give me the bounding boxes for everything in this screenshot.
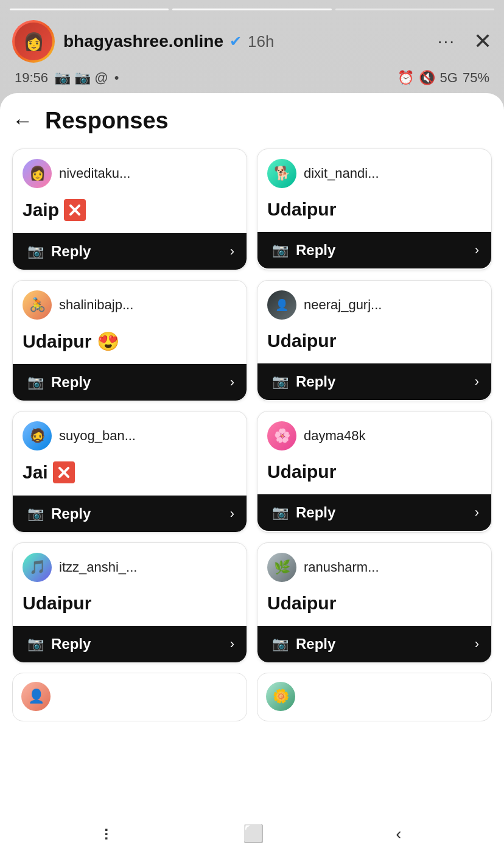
card-user-1: 👩 niveditaku... — [23, 159, 237, 188]
story-container: 👩 bhagyashree.online ✔ 16h ··· ✕ 19:56 📷… — [0, 0, 504, 862]
card-top-2: 🐕 dixit_nandi... Udaipur — [257, 149, 491, 232]
camera-icon-5: 📷 — [27, 506, 44, 522]
reply-button-4[interactable]: 📷 Reply › — [257, 363, 491, 400]
nav-home-icon[interactable]: ⬜ — [243, 824, 264, 844]
reply-button-7[interactable]: 📷 Reply › — [13, 626, 247, 662]
reply-button-8[interactable]: 📷 Reply › — [257, 626, 491, 662]
reply-text-1: Reply — [51, 243, 91, 260]
camera-icon-4: 📷 — [272, 374, 289, 390]
reply-button-5[interactable]: 📷 Reply › — [13, 496, 247, 532]
reply-text-8: Reply — [296, 636, 335, 653]
progress-seg-1 — [10, 9, 169, 10]
reply-left-3: 📷 Reply — [27, 374, 91, 391]
card-top-7: 🎵 itzz_anshi_... Udaipur — [13, 543, 247, 626]
story-more-button[interactable]: ··· — [438, 32, 455, 51]
reply-text-5: Reply — [51, 505, 91, 522]
status-bar: 19:56 📷 📷 @ • ⏰ 🔇 5G 75% — [0, 68, 504, 88]
reply-arrow-3: › — [230, 374, 234, 390]
card-user-5: 🧔 suyog_ban... — [23, 421, 237, 450]
partial-card-9: 👤 — [12, 673, 247, 721]
partial-card-10: 🌼 — [257, 673, 492, 721]
story-time: 16h — [248, 32, 274, 51]
reply-arrow-5: › — [230, 506, 234, 522]
reply-arrow-8: › — [475, 636, 479, 652]
camera-icon-3: 📷 — [27, 374, 44, 390]
card-response-5: Jai — [23, 459, 237, 488]
card-avatar-5[interactable]: 🧔 — [23, 421, 52, 450]
card-username-2: dixit_nandi... — [304, 166, 379, 181]
reply-left-8: 📷 Reply — [272, 636, 335, 653]
card-avatar-8[interactable]: 🌿 — [267, 553, 296, 582]
bottom-nav: ⫶ ⬜ ‹ — [0, 811, 504, 862]
status-left: 19:56 📷 📷 @ • — [15, 70, 119, 86]
reply-arrow-2: › — [475, 242, 479, 258]
card-user-2: 🐕 dixit_nandi... — [267, 159, 481, 188]
card-avatar-3[interactable]: 🚴 — [23, 290, 52, 320]
reply-button-2[interactable]: 📷 Reply › — [257, 232, 491, 268]
response-card-4: 👤 neeraj_gurj... Udaipur 📷 Reply › — [257, 280, 492, 401]
card-response-4: Udaipur — [267, 328, 481, 356]
card-response-3: Udaipur 😍 — [23, 328, 237, 357]
nav-recent-apps-icon[interactable]: ⫶ — [102, 824, 111, 844]
story-username: bhagyashree.online — [63, 32, 223, 51]
responses-grid: 👩 niveditaku... Jaip 📷 Reply › — [12, 149, 492, 663]
response-card-2: 🐕 dixit_nandi... Udaipur 📷 Reply › — [257, 149, 492, 270]
reply-button-6[interactable]: 📷 Reply › — [257, 494, 491, 531]
status-icons: 📷 📷 @ — [54, 70, 108, 86]
card-avatar-6[interactable]: 🌸 — [267, 421, 296, 450]
card-username-6: dayma48k — [304, 428, 366, 444]
reply-text-4: Reply — [296, 373, 335, 390]
reply-left-7: 📷 Reply — [27, 636, 91, 653]
reply-button-3[interactable]: 📷 Reply › — [13, 364, 247, 401]
card-top-5: 🧔 suyog_ban... Jai — [13, 412, 247, 496]
reply-text-7: Reply — [51, 636, 91, 653]
reply-button-1[interactable]: 📷 Reply › — [13, 233, 247, 270]
card-avatar-4[interactable]: 👤 — [267, 290, 296, 320]
response-card-7: 🎵 itzz_anshi_... Udaipur 📷 Reply › — [12, 542, 247, 663]
response-card-6: 🌸 dayma48k Udaipur 📷 Reply › — [257, 411, 492, 533]
back-button[interactable]: ← — [12, 109, 33, 133]
status-alarm: ⏰ — [397, 70, 414, 86]
card-top-6: 🌸 dayma48k Udaipur — [257, 412, 491, 494]
card-response-2: Udaipur — [267, 197, 481, 225]
nav-back-icon[interactable]: ‹ — [396, 824, 401, 844]
card-top-3: 🚴 shalinibajp... Udaipur 😍 — [13, 281, 247, 364]
story-meta: bhagyashree.online ✔ 16h — [63, 32, 429, 51]
story-avatar[interactable]: 👩 — [12, 20, 55, 63]
progress-seg-3 — [335, 9, 494, 10]
card-avatar-10[interactable]: 🌼 — [266, 682, 295, 711]
card-top-4: 👤 neeraj_gurj... Udaipur — [257, 281, 491, 363]
partial-row: 👤 🌼 — [12, 673, 492, 721]
card-user-4: 👤 neeraj_gurj... — [267, 290, 481, 320]
story-close-button[interactable]: ✕ — [474, 29, 492, 54]
card-avatar-2[interactable]: 🐕 — [267, 159, 296, 188]
card-response-6: Udaipur — [267, 459, 481, 487]
card-avatar-1[interactable]: 👩 — [23, 159, 52, 188]
card-username-5: suyog_ban... — [59, 428, 136, 444]
reply-left-1: 📷 Reply — [27, 243, 91, 260]
card-avatar-7[interactable]: 🎵 — [23, 553, 52, 582]
card-username-8: ranusharm... — [304, 559, 379, 575]
reply-left-4: 📷 Reply — [272, 373, 335, 390]
card-avatar-9[interactable]: 👤 — [21, 682, 51, 711]
responses-section: ← Responses 👩 niveditaku... Jaip — [0, 93, 504, 811]
card-username-1: niveditaku... — [59, 166, 130, 181]
card-response-1: Jaip — [23, 197, 237, 226]
response-card-3: 🚴 shalinibajp... Udaipur 😍 📷 Reply › — [12, 280, 247, 401]
status-time: 19:56 — [15, 70, 48, 86]
x-emoji-5 — [53, 461, 75, 483]
camera-icon-7: 📷 — [27, 636, 44, 652]
status-dot: • — [114, 70, 119, 86]
response-card-1: 👩 niveditaku... Jaip 📷 Reply › — [12, 149, 247, 270]
card-username-7: itzz_anshi_... — [59, 559, 137, 575]
card-user-7: 🎵 itzz_anshi_... — [23, 553, 237, 582]
progress-seg-2 — [172, 9, 331, 10]
card-response-7: Udaipur — [23, 590, 237, 618]
status-right: ⏰ 🔇 5G 75% — [397, 70, 489, 86]
verified-icon: ✔ — [229, 33, 242, 50]
responses-title: Responses — [45, 108, 169, 134]
reply-left-5: 📷 Reply — [27, 505, 91, 522]
card-top-1: 👩 niveditaku... Jaip — [13, 149, 247, 233]
response-card-8: 🌿 ranusharm... Udaipur 📷 Reply › — [257, 542, 492, 663]
camera-icon-6: 📷 — [272, 505, 289, 520]
